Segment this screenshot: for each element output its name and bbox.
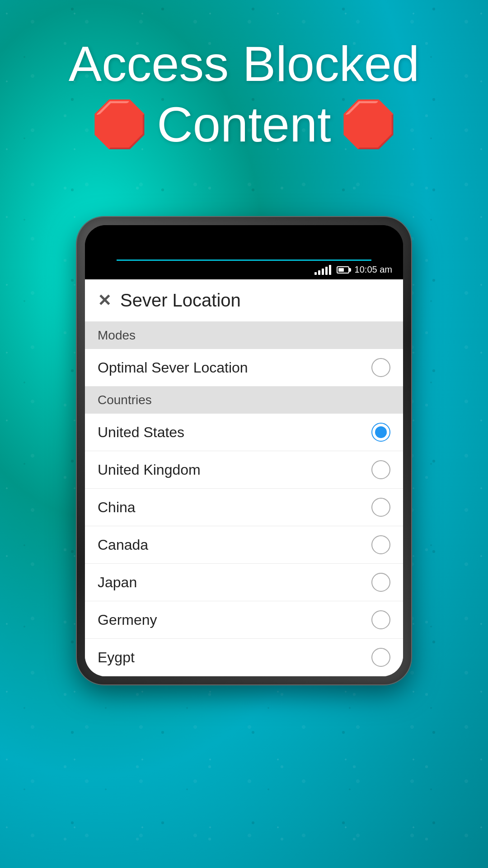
phone-inner: 10:05 am ✕ Sever Location Modes Optimal … bbox=[85, 225, 403, 676]
china-label: China bbox=[98, 499, 136, 516]
hero-title-line2: Content bbox=[157, 95, 331, 153]
phone-outer: 10:05 am ✕ Sever Location Modes Optimal … bbox=[77, 217, 411, 684]
list-item-canada[interactable]: Canada bbox=[85, 526, 403, 564]
teal-accent-line bbox=[117, 259, 371, 261]
signal-icon bbox=[314, 265, 331, 275]
signal-bar-3 bbox=[322, 269, 324, 275]
status-bar-area: 10:05 am bbox=[85, 225, 403, 279]
status-time: 10:05 am bbox=[355, 264, 392, 275]
united-states-label: United States bbox=[98, 424, 184, 441]
eygpt-label: Eygpt bbox=[98, 649, 135, 666]
list-item-united-kingdom[interactable]: United Kingdom bbox=[85, 451, 403, 489]
china-radio[interactable] bbox=[371, 498, 390, 517]
list-item-optimal[interactable]: Optimal Sever Location bbox=[85, 349, 403, 387]
optimal-location-label: Optimal Sever Location bbox=[98, 359, 248, 376]
eygpt-radio[interactable] bbox=[371, 648, 390, 667]
battery-icon bbox=[337, 266, 349, 274]
signal-bar-2 bbox=[318, 270, 320, 275]
list-item-china[interactable]: China bbox=[85, 489, 403, 526]
close-button[interactable]: ✕ bbox=[98, 292, 111, 309]
app-title: Sever Location bbox=[120, 290, 241, 311]
list-item-japan[interactable]: Japan bbox=[85, 564, 403, 601]
list-item-united-states[interactable]: United States bbox=[85, 414, 403, 451]
stop-icon-right: 🛑 bbox=[340, 98, 397, 151]
signal-bar-4 bbox=[325, 267, 328, 275]
germeny-radio[interactable] bbox=[371, 610, 390, 629]
modes-section-header: Modes bbox=[85, 322, 403, 349]
status-bar: 10:05 am bbox=[85, 264, 403, 275]
countries-section-header: Countries bbox=[85, 387, 403, 414]
canada-radio[interactable] bbox=[371, 535, 390, 554]
optimal-location-radio[interactable] bbox=[371, 358, 390, 377]
japan-radio[interactable] bbox=[371, 573, 390, 592]
hero-line2-row: 🛑 Content 🛑 bbox=[27, 95, 461, 153]
united-kingdom-label: United Kingdom bbox=[98, 462, 201, 478]
list-item-germeny[interactable]: Germeny bbox=[85, 601, 403, 639]
battery-fill bbox=[338, 268, 344, 272]
japan-label: Japan bbox=[98, 574, 137, 591]
app-content: ✕ Sever Location Modes Optimal Sever Loc… bbox=[85, 279, 403, 676]
radio-dot-selected bbox=[375, 426, 387, 438]
canada-label: Canada bbox=[98, 537, 148, 553]
germeny-label: Germeny bbox=[98, 612, 157, 628]
signal-bar-5 bbox=[329, 265, 331, 275]
list-item-eygpt[interactable]: Eygpt bbox=[85, 639, 403, 676]
modes-label: Modes bbox=[98, 328, 136, 342]
hero-line1: Access Blocked bbox=[27, 36, 461, 91]
hero-title-line1: Access Blocked bbox=[69, 36, 419, 91]
phone-mockup: 10:05 am ✕ Sever Location Modes Optimal … bbox=[77, 217, 411, 684]
united-kingdom-radio[interactable] bbox=[371, 460, 390, 479]
stop-icon-left: 🛑 bbox=[91, 98, 148, 151]
countries-label: Countries bbox=[98, 393, 152, 407]
signal-bar-1 bbox=[314, 272, 317, 275]
united-states-radio[interactable] bbox=[371, 423, 390, 442]
hero-section: Access Blocked 🛑 Content 🛑 bbox=[0, 27, 488, 162]
app-header: ✕ Sever Location bbox=[85, 279, 403, 322]
